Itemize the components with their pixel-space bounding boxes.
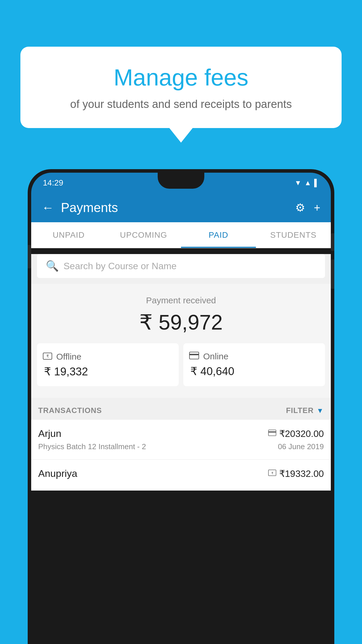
search-icon: 🔍 — [46, 260, 59, 272]
svg-text:₹: ₹ — [271, 471, 273, 475]
notch — [158, 173, 204, 189]
search-bar[interactable]: 🔍 Search by Course or Name — [37, 254, 325, 278]
search-placeholder: Search by Course or Name — [64, 261, 177, 272]
filter-label: FILTER — [286, 406, 314, 415]
speech-bubble-title: Manage fees — [38, 64, 324, 91]
online-card: Online ₹ 40,640 — [183, 343, 325, 386]
svg-rect-5 — [268, 431, 276, 433]
offline-amount: ₹ 19,332 — [43, 365, 88, 378]
tab-paid[interactable]: PAID — [181, 222, 256, 248]
offline-card: ₹ Offline ₹ 19,332 — [37, 343, 179, 386]
status-bar: 14:29 ▼ ▲ ▌ — [31, 173, 331, 193]
tab-unpaid[interactable]: UNPAID — [31, 222, 106, 248]
offline-card-header: ₹ Offline — [43, 351, 81, 362]
payment-cards: ₹ Offline ₹ 19,332 — [37, 343, 325, 386]
transactions-label: TRANSACTIONS — [38, 406, 102, 415]
svg-text:₹: ₹ — [46, 354, 49, 358]
transaction-amount: ₹19332.00 — [279, 468, 324, 479]
payment-received-amount: ₹ 59,972 — [37, 310, 325, 335]
payment-type-icon: ₹ — [268, 469, 276, 478]
wifi-icon: ▼ — [294, 179, 301, 187]
transaction-item[interactable]: Anupriya ₹ ₹19332.00 — [31, 460, 331, 491]
transaction-row-2: Anupriya ₹ ₹19332.00 — [38, 468, 324, 479]
transaction-row-1: Arjun ₹20320.00 — [38, 428, 324, 439]
speech-bubble: Manage fees of your students and send re… — [20, 47, 342, 128]
power-button-top — [331, 233, 334, 251]
battery-icon: ▌ — [314, 179, 319, 187]
speech-bubble-container: Manage fees of your students and send re… — [20, 47, 342, 143]
speech-bubble-arrow — [169, 128, 193, 143]
status-icons: ▼ ▲ ▌ — [294, 179, 319, 187]
content-area: 🔍 Search by Course or Name Payment recei… — [31, 254, 331, 491]
transaction-detail-row: Physics Batch 12 Installment - 2 06 June… — [38, 442, 324, 451]
transaction-amount-container: ₹20320.00 — [268, 428, 324, 439]
power-button-bottom — [331, 260, 334, 289]
online-amount: ₹ 40,640 — [189, 365, 234, 378]
transactions-header: TRANSACTIONS FILTER ▼ — [31, 398, 331, 420]
filter-icon: ▼ — [317, 407, 324, 415]
transaction-detail: Physics Batch 12 Installment - 2 — [38, 442, 146, 451]
tab-upcoming[interactable]: UPCOMING — [106, 222, 181, 248]
volume-button — [28, 245, 31, 268]
page-title: Payments — [61, 200, 295, 215]
transaction-amount: ₹20320.00 — [279, 428, 324, 439]
transaction-item[interactable]: Arjun ₹20320.00 Physics Batch 12 Install… — [31, 420, 331, 460]
app-bar-icons: ⚙ + — [295, 201, 320, 214]
online-card-header: Online — [189, 351, 229, 361]
transaction-name: Anupriya — [38, 468, 77, 479]
back-button[interactable]: ← — [42, 201, 54, 215]
signal-icon: ▲ — [304, 179, 311, 187]
online-icon — [189, 352, 199, 361]
tab-students[interactable]: STUDENTS — [256, 222, 331, 248]
svg-rect-4 — [268, 430, 276, 436]
payment-received-section: Payment received ₹ 59,972 ₹ Offline — [31, 284, 331, 398]
online-label: Online — [203, 351, 229, 361]
app-bar: ← Payments ⚙ + — [31, 193, 331, 222]
offline-label: Offline — [56, 352, 81, 362]
svg-rect-2 — [189, 352, 199, 359]
tabs: UNPAID UPCOMING PAID STUDENTS — [31, 222, 331, 248]
payment-type-icon — [268, 429, 276, 438]
filter-button[interactable]: FILTER ▼ — [286, 406, 324, 415]
transaction-name: Arjun — [38, 428, 61, 439]
add-icon[interactable]: + — [314, 202, 320, 214]
svg-rect-3 — [189, 354, 199, 355]
offline-icon: ₹ — [43, 351, 52, 362]
transaction-date: 06 June 2019 — [278, 442, 324, 451]
payment-received-label: Payment received — [37, 295, 325, 305]
speech-bubble-subtitle: of your students and send receipts to pa… — [38, 98, 324, 111]
settings-icon[interactable]: ⚙ — [295, 201, 305, 214]
phone-frame: 14:29 ▼ ▲ ▌ ← Payments ⚙ + UNPAID UPCOMI… — [28, 169, 334, 644]
phone-screen: 14:29 ▼ ▲ ▌ ← Payments ⚙ + UNPAID UPCOMI… — [31, 173, 331, 644]
transaction-amount-container: ₹ ₹19332.00 — [268, 468, 324, 479]
status-time: 14:29 — [43, 178, 63, 188]
